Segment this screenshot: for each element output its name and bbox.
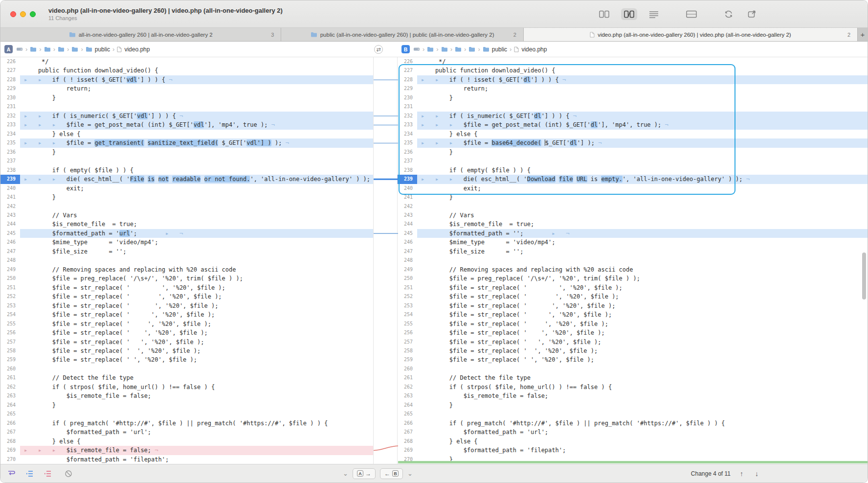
code-text[interactable]: } [417, 93, 868, 102]
code-text[interactable]: $mime_type = 'video/mp4'; [20, 238, 373, 247]
breadcrumb-item[interactable] [30, 46, 37, 52]
code-text[interactable]: return; [20, 84, 373, 93]
code-text[interactable]: } [417, 401, 868, 410]
code-text[interactable]: $file = str_replace( ' ', '%20', $file )… [417, 292, 868, 301]
code-text[interactable]: return; [417, 84, 868, 93]
code-text[interactable]: $formatted_path = 'url'; [20, 428, 373, 437]
code-text[interactable]: if ( empty( $file ) ) { [417, 166, 868, 175]
tab-2[interactable]: public (all-in-one-video-gallery 260) | … [281, 28, 523, 41]
show-insertions-icon[interactable] [25, 470, 34, 478]
code-text[interactable]: $file = str_replace( ' ', '%20', $file )… [417, 328, 868, 337]
code-text[interactable] [20, 365, 373, 373]
code-text[interactable]: $formatted_path = 'url'; [417, 428, 868, 437]
previous-change-button[interactable]: ↑ [737, 469, 746, 479]
two-up-view-icon[interactable] [596, 8, 612, 20]
code-text[interactable]: // Detect the file type [417, 373, 868, 382]
code-text[interactable]: $file = str_replace( ' ', '%20', $file )… [20, 328, 373, 337]
code-text[interactable] [20, 410, 373, 418]
code-text[interactable]: } [417, 193, 868, 202]
code-text[interactable]: $file = preg_replace( '/\s+/', '%20', tr… [417, 274, 868, 283]
breadcrumb-item[interactable]: video.php [514, 46, 547, 53]
minimize-window-button[interactable] [20, 11, 26, 17]
code-text[interactable] [417, 102, 868, 111]
code-text[interactable]: $file = str_replace( ' ', '%20', $file )… [417, 338, 868, 346]
code-text[interactable]: $file = str_replace( ' ', '%20', $file )… [20, 283, 373, 292]
code-text[interactable]: $file_size = ''; [20, 247, 373, 256]
code-text[interactable] [417, 202, 868, 211]
code-text[interactable]: $file = str_replace( ' ', '%20', $file )… [417, 310, 868, 319]
code-text[interactable]: } [417, 148, 868, 157]
code-text[interactable]: $formatted_path = 'filepath'; [20, 455, 373, 464]
wrap-lines-icon[interactable] [7, 470, 16, 478]
code-text[interactable] [417, 256, 868, 265]
code-text[interactable]: ▸▸if ( is_numeric( $_GET['vdl'] ) ) { ¬ [20, 112, 373, 120]
code-text[interactable]: $file = str_replace( ' ', '%20', $file )… [20, 310, 373, 319]
breadcrumb-item[interactable] [441, 46, 448, 52]
code-text[interactable]: exit; [20, 184, 373, 193]
code-text[interactable]: ▸▸▸die( esc_html__( 'File is not readabl… [20, 175, 373, 184]
code-text[interactable]: $is_remote_file = false; [417, 391, 868, 400]
breadcrumb-item[interactable]: video.php [117, 46, 150, 53]
code-text[interactable]: if ( empty( $file ) ) { [20, 166, 373, 175]
close-window-button[interactable] [10, 11, 16, 17]
code-text[interactable]: $file = str_replace( ' ', '%20', $file )… [417, 283, 868, 292]
zoom-window-button[interactable] [30, 11, 36, 17]
code-text[interactable]: } else { [20, 437, 373, 446]
code-text[interactable]: // Vars [417, 211, 868, 220]
code-text[interactable]: ▸▸if ( ! isset( $_GET['vdl'] ) ) { ¬ [20, 75, 373, 84]
code-text[interactable]: public function download_video() { [417, 66, 868, 75]
unified-view-icon[interactable] [683, 8, 700, 20]
code-text[interactable]: if ( preg_match( '#http://#', $file ) ||… [20, 419, 373, 428]
code-text[interactable]: $is_remote_file = true; [20, 220, 373, 229]
code-text[interactable]: $file = preg_replace( '/\s+/', '%20', tr… [20, 274, 373, 283]
copy-to-a-button[interactable]: ← B [380, 468, 403, 479]
code-text[interactable]: */ [417, 57, 868, 66]
breadcrumb-item[interactable] [71, 46, 78, 52]
code-text[interactable]: $file = str_replace( ' ', '%20', $file )… [20, 338, 373, 346]
code-text[interactable]: // Removing spaces and replacing with %2… [417, 265, 868, 274]
breadcrumb-item[interactable]: public [86, 46, 110, 53]
code-text[interactable]: ▸▸▸$file = get_post_meta( (int) $_GET['d… [417, 120, 868, 129]
code-text[interactable]: // Removing spaces and replacing with %2… [20, 265, 373, 274]
code-text[interactable] [20, 256, 373, 265]
code-text[interactable]: ▸▸if ( is_numeric( $_GET['dl'] ) ) { ¬ [417, 112, 868, 120]
breadcrumb-item[interactable] [455, 46, 462, 52]
show-deletions-icon[interactable] [44, 470, 52, 478]
code-text[interactable]: $is_remote_file = true; [417, 220, 868, 229]
code-text[interactable]: $file = str_replace( ' ', '%20', $file )… [417, 355, 868, 364]
breadcrumb-item[interactable] [44, 46, 51, 52]
next-change-button[interactable]: ↓ [753, 469, 761, 479]
code-text[interactable]: ▸▸▸die( esc_html__( 'Download file URL i… [417, 175, 868, 184]
code-text[interactable]: $file = str_replace( ' ', '%20', $file )… [20, 292, 373, 301]
merge-left-options-chevron[interactable]: ⌄ [343, 470, 348, 477]
code-text[interactable]: if ( strpos( $file, home_url() ) !== fal… [417, 383, 868, 391]
code-text[interactable]: // Detect the file type [20, 373, 373, 382]
code-text[interactable]: public function download_video() { [20, 66, 373, 75]
code-text[interactable]: $file = str_replace( ' ', '%20', $file )… [417, 301, 868, 310]
code-text[interactable]: $file = str_replace( ' ', '%20', $file )… [417, 320, 868, 328]
code-text[interactable]: $file = str_replace( ' ', '%20', $file )… [20, 301, 373, 310]
code-text[interactable]: $file = str_replace( ' ', '%20', $file )… [20, 320, 373, 328]
code-text[interactable]: ▸▸▸$file = get_post_meta( (int) $_GET['v… [20, 120, 373, 129]
code-text[interactable]: ▸▸▸$file = base64_decode( $_GET['dl'] );… [417, 138, 868, 147]
code-text[interactable]: // Vars [20, 211, 373, 220]
vertical-scrollbar[interactable] [862, 253, 866, 299]
ignore-whitespace-icon[interactable] [65, 470, 72, 478]
code-text[interactable]: ▸▸▸$file = get_transient( sanitize_text_… [20, 138, 373, 147]
tab-3[interactable]: video.php (all-in-one-video-gallery 260)… [524, 28, 858, 41]
code-text[interactable]: } else { [417, 130, 868, 138]
code-text[interactable]: */ [20, 57, 373, 66]
code-text[interactable]: ▸▸if ( ! isset( $_GET['dl'] ) ) { ¬ [417, 75, 868, 84]
breadcrumb-item[interactable] [468, 46, 475, 52]
code-text[interactable]: $is_remote_file = false; [20, 391, 373, 400]
code-text[interactable]: } [20, 93, 373, 102]
code-text[interactable]: $formatted_path = 'url'; ▸ ¬ [20, 229, 373, 238]
code-text[interactable]: } else { [417, 437, 868, 446]
swap-sides-button[interactable]: ⇄ [374, 45, 383, 54]
breadcrumb-item[interactable] [58, 46, 65, 52]
breadcrumb-item[interactable] [427, 46, 434, 52]
code-text[interactable]: $formatted_path = ''; ▸ ¬ [417, 229, 868, 238]
code-text[interactable]: } [20, 148, 373, 157]
code-text[interactable] [417, 410, 868, 418]
code-text[interactable]: ▸▸▸$is_remote_file = false; ¬ [20, 446, 373, 455]
